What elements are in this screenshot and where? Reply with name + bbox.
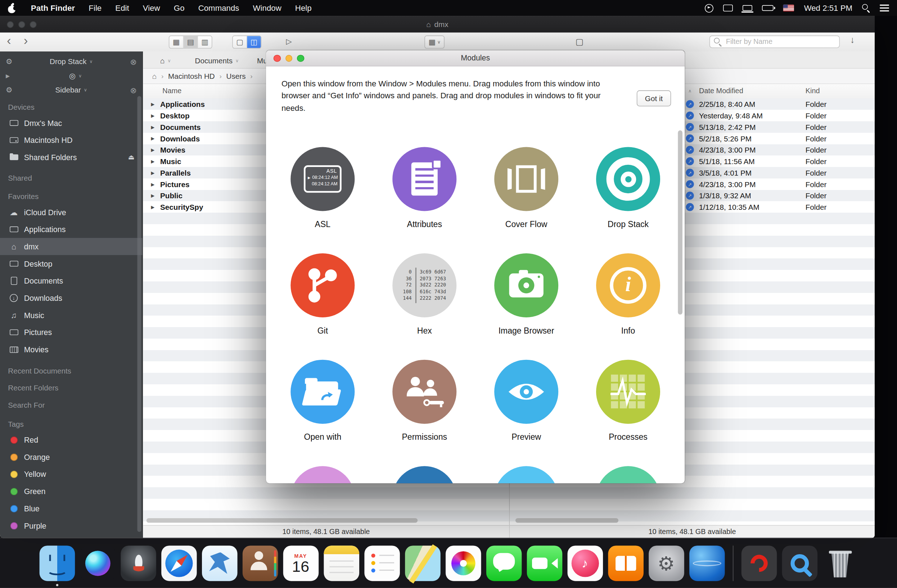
dock-icon-photos[interactable] <box>445 545 481 581</box>
display-menu-icon[interactable] <box>724 5 733 12</box>
battery-menu-icon[interactable] <box>762 5 774 11</box>
got-it-button[interactable]: Got it <box>637 90 671 107</box>
sidebar-item-macintosh-hd[interactable]: Macintosh HD <box>0 132 142 149</box>
sidebar-item-downloads[interactable]: ↓ Downloads <box>0 289 142 307</box>
dock-icon-blue-globe-app[interactable] <box>689 545 725 581</box>
us-flag-input-menu-icon[interactable] <box>783 5 794 12</box>
spotlight-search-icon[interactable] <box>862 4 870 12</box>
zoom-window-button[interactable] <box>30 21 37 28</box>
module-attributes[interactable]: Attributes <box>392 147 456 254</box>
sidebar-tag-yellow[interactable]: Yellow <box>0 466 142 483</box>
sidebar-tag-blue[interactable]: Blue <box>0 500 142 517</box>
menu-item-window[interactable]: Window <box>253 4 282 12</box>
sidebar-item-music[interactable]: ♫ Music <box>0 307 142 324</box>
module-info[interactable]: i Info <box>596 254 660 360</box>
gear-icon[interactable]: ⚙ <box>6 57 12 66</box>
dock-icon-calendar[interactable]: MAY 16 <box>283 545 318 581</box>
module-cover-flow[interactable]: Cover Flow <box>494 147 558 254</box>
eject-icon[interactable]: ⏏ <box>128 153 134 161</box>
module-partial-3[interactable] <box>494 466 558 483</box>
modules-scrollbar[interactable] <box>678 130 683 315</box>
gear-icon[interactable]: ⚙ <box>6 86 12 94</box>
menu-item-file[interactable]: File <box>89 4 101 12</box>
recent-documents-label[interactable]: Recent Documents <box>0 363 142 380</box>
back-button[interactable]: ‹ <box>7 33 11 48</box>
location-services-menu-icon[interactable] <box>705 4 714 12</box>
disclosure-triangle-icon[interactable]: ▶ <box>151 113 157 118</box>
airplay-menu-icon[interactable] <box>743 5 753 11</box>
icon-view-button[interactable]: ▦ <box>169 36 184 48</box>
menu-clock[interactable]: Wed 2:51 PM <box>804 4 853 12</box>
slideshow-button[interactable]: ▷ <box>282 36 296 47</box>
module-partial-1[interactable] <box>291 466 355 483</box>
dock-icon-facetime[interactable] <box>527 545 562 581</box>
disclosure-triangle-icon[interactable]: ▶ <box>151 170 157 175</box>
name-column-header[interactable]: Name <box>162 87 181 95</box>
breadcrumb-macintosh-hd[interactable]: Macintosh HD <box>168 72 215 80</box>
module-preview[interactable]: Preview <box>494 360 558 466</box>
dock-icon-itunes[interactable]: ♪ <box>567 545 603 581</box>
sidebar-scrollbar[interactable] <box>137 96 141 532</box>
get-info-button[interactable]: ▢ <box>572 36 587 47</box>
filter-input[interactable] <box>725 37 836 46</box>
sidebar-tag-purple[interactable]: Purple <box>0 517 142 535</box>
apple-menu-icon[interactable] <box>8 3 16 13</box>
disclosure-triangle-icon[interactable]: ▶ <box>151 182 157 187</box>
dock-icon-adobe-acrobat[interactable] <box>741 545 777 581</box>
sidebar-item-shared-folders[interactable]: Shared Folders ⏏ <box>0 149 142 166</box>
disclosure-triangle-icon[interactable]: ▶ <box>151 147 157 152</box>
minimize-window-button[interactable] <box>18 21 25 28</box>
search-for-label[interactable]: Search For <box>0 397 142 414</box>
disclosure-triangle-icon[interactable]: ▶ <box>151 205 157 209</box>
dock-icon-launchpad[interactable] <box>121 545 156 581</box>
dock-icon-ibooks[interactable] <box>608 545 644 581</box>
module-git[interactable]: Git <box>291 254 355 360</box>
close-sidebar-icon[interactable]: ⊗ <box>130 86 137 95</box>
zoom-modules-button[interactable] <box>297 55 304 62</box>
column-view-button[interactable]: ▥ <box>198 36 212 48</box>
minimize-modules-button[interactable] <box>285 55 292 62</box>
close-drop-stack-icon[interactable]: ⊗ <box>130 57 137 66</box>
dock-icon-trash[interactable] <box>822 545 858 581</box>
horizontal-scrollbar[interactable] <box>147 518 418 523</box>
sidebar-item-documents[interactable]: Documents <box>0 272 142 290</box>
tab-home[interactable]: ⌂ ∨ <box>160 53 171 68</box>
sidebar-item-dmxs-mac[interactable]: Dmx's Mac <box>0 115 142 132</box>
dual-pane-button[interactable]: ◫ <box>247 36 261 48</box>
kind-column-header[interactable]: Kind <box>805 87 820 95</box>
dock-icon-mail[interactable] <box>202 545 237 581</box>
menu-item-edit[interactable]: Edit <box>115 4 129 12</box>
single-pane-button[interactable]: ▢ <box>233 36 247 48</box>
breadcrumb-users[interactable]: Users <box>227 72 246 80</box>
download-button[interactable]: ↓ <box>850 35 855 45</box>
sidebar-tag-red[interactable]: Red <box>0 431 142 448</box>
module-partial-4[interactable] <box>596 466 660 483</box>
module-asl[interactable]: ASL ▶08:24:12 AM 08:24:12 AM ASL <box>291 147 355 254</box>
window-title-bar[interactable]: ⌂ dmx <box>0 16 875 33</box>
close-modules-button[interactable] <box>274 55 281 62</box>
disclosure-triangle-icon[interactable]: ▶ <box>151 193 157 198</box>
play-icon[interactable]: ▶ <box>6 73 10 79</box>
module-partial-2[interactable] <box>392 466 456 483</box>
recent-folders-label[interactable]: Recent Folders <box>0 380 142 397</box>
list-view-button[interactable]: ▤ <box>184 36 198 48</box>
menu-item-help[interactable]: Help <box>295 4 312 12</box>
dock-icon-system-preferences[interactable]: ⚙ <box>648 545 684 581</box>
sidebar-item-dmx[interactable]: ⌂ dmx <box>0 238 142 255</box>
menu-app-name[interactable]: Path Finder <box>31 4 75 12</box>
dock-icon-maps[interactable] <box>404 545 440 581</box>
horizontal-scrollbar[interactable] <box>516 518 618 523</box>
sidebar-tag-orange[interactable]: Orange <box>0 448 142 466</box>
menu-item-go[interactable]: Go <box>174 4 185 12</box>
disclosure-triangle-icon[interactable]: ▶ <box>151 125 157 130</box>
forward-button[interactable]: › <box>24 33 28 48</box>
disclosure-triangle-icon[interactable]: ▶ <box>151 136 157 141</box>
dock-icon-messages[interactable] <box>486 545 522 581</box>
sidebar-header-label[interactable]: Sidebar <box>55 86 81 94</box>
close-window-button[interactable] <box>7 21 14 28</box>
sidebar-tag-green[interactable]: Green <box>0 483 142 500</box>
module-open-with[interactable]: Open with <box>291 360 355 466</box>
menu-item-commands[interactable]: Commands <box>198 4 239 12</box>
date-modified-column-header[interactable]: Date Modified <box>699 87 743 95</box>
arrange-menu-button[interactable]: ▦ ∨ <box>424 36 444 49</box>
